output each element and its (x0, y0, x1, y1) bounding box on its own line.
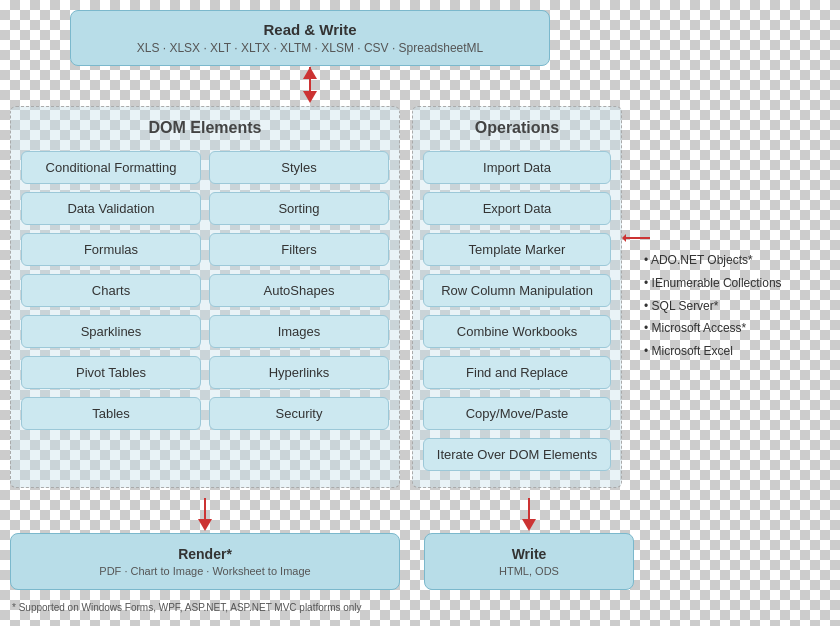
bottom-arrows (10, 498, 830, 533)
dom-item-col1-2: Formulas (21, 233, 201, 266)
rw-box: Read & Write XLS · XLSX · XLT · XLTX · X… (70, 10, 550, 66)
render-subtitle: PDF · Chart to Image · Worksheet to Imag… (31, 565, 379, 577)
dom-item-col2-0: Styles (209, 151, 389, 184)
bottom-boxes: Render* PDF · Chart to Image · Worksheet… (10, 533, 830, 590)
dom-bottom-arrow (10, 498, 400, 533)
right-list-item-3: Microsoft Access* (644, 317, 782, 340)
dom-grid: Conditional FormattingStylesData Validat… (21, 151, 389, 430)
middle-section: DOM Elements Conditional FormattingStyle… (10, 106, 830, 488)
svg-marker-5 (622, 234, 626, 242)
dom-item-col2-2: Filters (209, 233, 389, 266)
ops-panel-title: Operations (423, 119, 611, 137)
right-list-item-0: ADO.NET Objects* (644, 249, 782, 272)
rw-arrow-down (70, 66, 550, 106)
ops-item-5: Find and Replace (423, 356, 611, 389)
dom-item-col1-5: Pivot Tables (21, 356, 201, 389)
dom-item-col1-6: Tables (21, 397, 201, 430)
dom-panel-title: DOM Elements (21, 119, 389, 137)
render-title: Render* (31, 546, 379, 562)
write-box: Write HTML, ODS (424, 533, 634, 590)
ops-item-1: Export Data (423, 192, 611, 225)
ops-item-3: Row Column Manipulation (423, 274, 611, 307)
dom-item-col2-4: Images (209, 315, 389, 348)
import-arrow-area (622, 231, 782, 245)
svg-marker-1 (303, 91, 317, 103)
svg-marker-7 (198, 519, 212, 531)
ops-item-7: Iterate Over DOM Elements (423, 438, 611, 471)
dom-item-col1-0: Conditional Formatting (21, 151, 201, 184)
right-panel: ADO.NET Objects*IEnumerable CollectionsS… (634, 106, 782, 488)
ops-item-2: Template Marker (423, 233, 611, 266)
dom-item-col1-3: Charts (21, 274, 201, 307)
ops-item-6: Copy/Move/Paste (423, 397, 611, 430)
footnote: * Supported on Windows Forms, WPF, ASP.N… (10, 602, 830, 613)
import-arrow-svg (622, 231, 652, 245)
render-box: Render* PDF · Chart to Image · Worksheet… (10, 533, 400, 590)
right-list-item-4: Microsoft Excel (644, 340, 782, 363)
right-list-item-2: SQL Server* (644, 295, 782, 318)
ops-bottom-arrow (424, 498, 634, 533)
write-subtitle: HTML, ODS (445, 565, 613, 577)
svg-marker-3 (303, 67, 317, 79)
ops-panel: Operations Import DataExport DataTemplat… (412, 106, 622, 488)
write-title: Write (445, 546, 613, 562)
rw-subtitle: XLS · XLSX · XLT · XLTX · XLTM · XLSM · … (91, 41, 529, 55)
rw-title: Read & Write (91, 21, 529, 38)
ops-item-4: Combine Workbooks (423, 315, 611, 348)
svg-marker-9 (522, 519, 536, 531)
dom-item-col2-5: Hyperlinks (209, 356, 389, 389)
down-arrow-svg (300, 67, 320, 105)
ops-grid: Import DataExport DataTemplate MarkerRow… (423, 151, 611, 471)
dom-panel: DOM Elements Conditional FormattingStyle… (10, 106, 400, 488)
dom-item-col2-1: Sorting (209, 192, 389, 225)
dom-item-col1-4: Sparklines (21, 315, 201, 348)
main-container: Read & Write XLS · XLSX · XLT · XLTX · X… (10, 10, 830, 613)
right-list-item-1: IEnumerable Collections (644, 272, 782, 295)
right-list: ADO.NET Objects*IEnumerable CollectionsS… (644, 249, 782, 363)
dom-item-col2-3: AutoShapes (209, 274, 389, 307)
dom-arrow-svg (195, 498, 215, 533)
dom-item-col1-1: Data Validation (21, 192, 201, 225)
dom-item-col2-6: Security (209, 397, 389, 430)
ops-arrow-svg (519, 498, 539, 533)
ops-item-0: Import Data (423, 151, 611, 184)
